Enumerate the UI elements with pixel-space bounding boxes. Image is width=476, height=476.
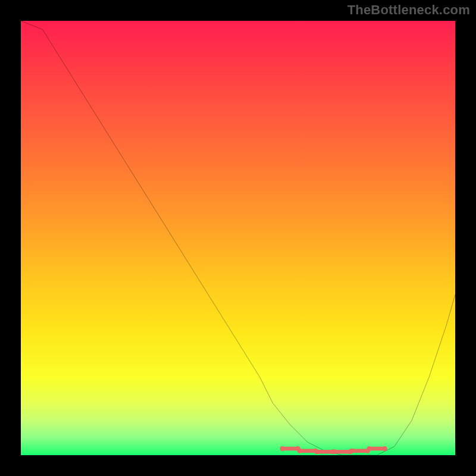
valley-marker-dot (367, 446, 371, 451)
curve-layer (21, 21, 455, 455)
bottleneck-curve-path (21, 21, 455, 455)
valley-marker-dot (332, 449, 337, 454)
valley-marker-dot (383, 446, 387, 451)
valley-marker-dot (280, 446, 284, 451)
valley-markers (280, 446, 387, 454)
valley-marker-dot (315, 449, 320, 454)
watermark-text: TheBottleneck.com (347, 2, 470, 18)
valley-marker-dot (349, 449, 354, 453)
valley-marker-dot (298, 449, 302, 453)
chart-frame: TheBottleneck.com (0, 0, 476, 476)
